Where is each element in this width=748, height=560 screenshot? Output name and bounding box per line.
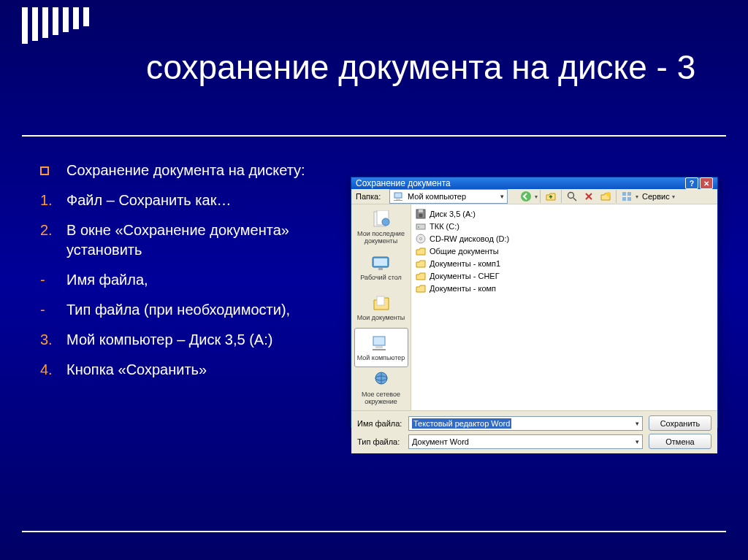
step-text: Тип файла (при необходимости), <box>66 300 290 320</box>
hdd-icon <box>416 221 426 231</box>
back-button[interactable] <box>518 189 534 204</box>
step-text: Файл – Сохранить как… <box>66 191 231 210</box>
svg-rect-17 <box>374 258 387 266</box>
list-item[interactable]: CD-RW дисковод (D:) <box>416 232 713 245</box>
svg-rect-22 <box>373 349 386 350</box>
svg-rect-12 <box>627 197 631 201</box>
folder-value: Мой компьютер <box>408 192 466 201</box>
recent-docs-icon <box>371 210 392 228</box>
save-button[interactable]: Сохранить <box>649 415 711 431</box>
decorative-bars <box>22 7 89 44</box>
chevron-down-icon: ▾ <box>636 438 639 445</box>
cd-icon <box>416 234 426 244</box>
svg-point-15 <box>382 218 389 226</box>
svg-point-8 <box>606 192 611 196</box>
toolbar: Папка: Мой компьютер ▾ ▾ ▾ Сервис▾ <box>351 189 717 204</box>
floppy-icon <box>416 209 426 219</box>
divider-top <box>22 135 726 137</box>
step-text: Кнопка «Сохранить» <box>66 360 207 380</box>
svg-rect-2 <box>394 200 402 201</box>
svg-rect-21 <box>375 346 383 348</box>
desktop-icon <box>371 254 392 272</box>
close-button[interactable]: ✕ <box>700 177 713 189</box>
chevron-down-icon: ▾ <box>500 193 504 200</box>
list-item[interactable]: ТКК (C:) <box>416 220 713 232</box>
list-item[interactable]: Диск 3,5 (A:) <box>416 207 713 220</box>
svg-point-3 <box>521 191 531 202</box>
bullet-square-icon <box>40 166 49 175</box>
chevron-down-icon: ▾ <box>636 420 639 427</box>
dropdown-arrow-icon[interactable]: ▾ <box>636 193 638 200</box>
computer-icon <box>393 191 405 202</box>
svg-rect-18 <box>378 268 383 270</box>
divider-bottom <box>22 531 726 532</box>
list-number: 4. <box>40 360 56 380</box>
step-text: В окне «Сохранение документа» установить <box>66 220 332 260</box>
intro-text: Сохранение документа на дискету: <box>66 161 305 180</box>
list-item[interactable]: Документы - СНЕГ <box>416 269 713 282</box>
folder-icon <box>416 283 426 294</box>
svg-point-28 <box>419 213 423 217</box>
svg-rect-29 <box>416 224 425 229</box>
place-mycomputer[interactable]: Мой компьютер <box>354 328 408 367</box>
list-item[interactable]: Документы - комп1 <box>416 257 713 269</box>
svg-rect-1 <box>396 199 400 200</box>
mydocs-icon <box>371 294 392 312</box>
dialog-bottom: Имя файла: Текстовый редактор Word ▾ Сох… <box>351 410 717 453</box>
list-number: 1. <box>40 191 56 210</box>
list-dash: - <box>40 300 56 320</box>
list-number: 3. <box>40 330 56 350</box>
svg-point-30 <box>418 226 419 228</box>
place-mydocs[interactable]: Мои документы <box>354 288 408 327</box>
step-text: Имя файла, <box>66 270 148 290</box>
svg-point-4 <box>568 193 574 199</box>
folder-icon <box>416 271 426 281</box>
filetype-dropdown[interactable]: Документ Word ▾ <box>408 434 643 449</box>
places-bar: Мои последние документы Рабочий стол Мои… <box>351 204 411 410</box>
folder-dropdown[interactable]: Мой компьютер ▾ <box>389 189 508 204</box>
network-icon <box>371 371 392 388</box>
slide-title: сохранение документа на диске - 3 <box>146 47 719 88</box>
list-number: 2. <box>40 220 56 260</box>
place-label: Мое сетевое окружение <box>355 391 408 405</box>
computer-icon <box>371 334 392 352</box>
place-network[interactable]: Мое сетевое окружение <box>354 368 408 407</box>
svg-rect-19 <box>377 296 384 305</box>
place-desktop[interactable]: Рабочий стол <box>354 248 408 287</box>
svg-rect-10 <box>627 192 631 196</box>
folder-icon <box>416 246 426 256</box>
place-label: Мой компьютер <box>357 354 405 361</box>
svg-rect-11 <box>622 197 626 201</box>
new-folder-button[interactable] <box>598 189 614 204</box>
up-one-level-button[interactable] <box>543 189 559 204</box>
filename-input[interactable]: Текстовый редактор Word ▾ <box>408 416 643 431</box>
filename-label: Имя файла: <box>357 419 402 428</box>
svg-rect-20 <box>373 337 385 345</box>
list-item[interactable]: Общие документы <box>416 245 713 257</box>
step-text: Мой компьютер – Диск 3,5 (A:) <box>66 330 272 350</box>
dropdown-arrow-icon[interactable]: ▾ <box>535 193 538 200</box>
file-list[interactable]: Диск 3,5 (A:) ТКК (C:) CD-RW дисковод (D… <box>411 204 717 410</box>
svg-line-5 <box>573 198 576 201</box>
views-button[interactable] <box>619 189 635 204</box>
slide-body: Сохранение документа на дискету: 1. Файл… <box>40 161 332 390</box>
svg-rect-27 <box>419 210 423 212</box>
svg-rect-0 <box>394 193 402 198</box>
tools-menu[interactable]: Сервис▾ <box>639 192 678 201</box>
folder-label: Папка: <box>356 192 385 201</box>
list-item[interactable]: Документы - комп <box>416 282 713 294</box>
filetype-label: Тип файла: <box>357 437 402 446</box>
dialog-title: Сохранение документа <box>356 178 451 188</box>
place-label: Мои документы <box>357 314 405 321</box>
svg-rect-9 <box>622 192 626 196</box>
dialog-titlebar[interactable]: Сохранение документа ? ✕ <box>351 177 717 189</box>
place-label: Рабочий стол <box>360 274 402 281</box>
folder-icon <box>416 258 426 269</box>
search-button[interactable] <box>564 189 580 204</box>
list-dash: - <box>40 270 56 290</box>
delete-button[interactable] <box>581 189 597 204</box>
help-button[interactable]: ? <box>685 177 698 189</box>
place-recent[interactable]: Мои последние документы <box>354 207 408 247</box>
place-label: Мои последние документы <box>355 230 408 245</box>
cancel-button[interactable]: Отмена <box>649 434 711 449</box>
